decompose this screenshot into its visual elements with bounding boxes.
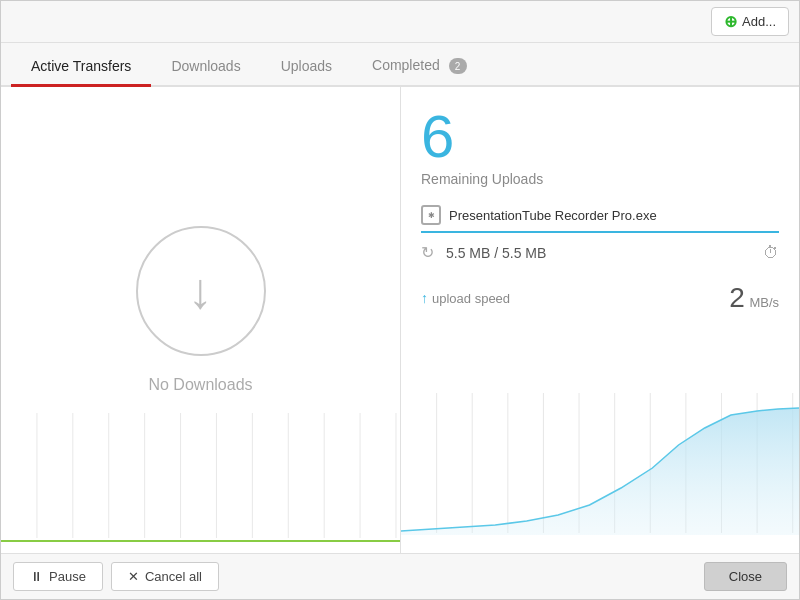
refresh-icon: ↻ bbox=[421, 243, 434, 262]
uploads-chart bbox=[401, 393, 799, 553]
completed-badge: 2 bbox=[449, 58, 467, 74]
pause-icon: ⏸ bbox=[30, 569, 43, 584]
tab-completed-label: Completed bbox=[372, 57, 440, 73]
cancel-icon: ✕ bbox=[128, 569, 139, 584]
downloads-panel: ↓ No Downloads bbox=[1, 87, 401, 553]
speed-label-text: upload speed bbox=[432, 291, 510, 306]
tab-completed[interactable]: Completed 2 bbox=[352, 47, 487, 88]
remaining-label: Remaining Uploads bbox=[421, 171, 779, 187]
file-icon: ✱ bbox=[421, 205, 441, 225]
speed-value: 2 bbox=[729, 282, 745, 313]
file-row: ✱ PresentationTube Recorder Pro.exe bbox=[421, 205, 779, 233]
tab-uploads-label: Uploads bbox=[281, 58, 332, 74]
download-arrow-icon: ↓ bbox=[188, 266, 213, 316]
plus-icon: ⊕ bbox=[724, 12, 737, 31]
speed-label: ↑ upload speed bbox=[421, 290, 510, 306]
speed-value-container: 2 MB/s bbox=[729, 282, 779, 314]
speed-header: ↑ upload speed 2 MB/s bbox=[421, 282, 779, 314]
remaining-count: 6 bbox=[421, 107, 779, 167]
tab-active-transfers[interactable]: Active Transfers bbox=[11, 48, 151, 87]
download-icon-circle: ↓ bbox=[136, 226, 266, 356]
tab-bar: Active Transfers Downloads Uploads Compl… bbox=[1, 43, 799, 87]
tab-downloads[interactable]: Downloads bbox=[151, 48, 260, 87]
footer: ⏸ Pause ✕ Cancel all Close bbox=[1, 553, 799, 599]
speed-unit: MB/s bbox=[749, 295, 779, 310]
downloads-chart bbox=[1, 413, 400, 553]
progress-row: ↻ 5.5 MB / 5.5 MB ⏱ bbox=[421, 243, 779, 262]
file-name: PresentationTube Recorder Pro.exe bbox=[449, 208, 779, 223]
pause-button[interactable]: ⏸ Pause bbox=[13, 562, 103, 591]
pause-label: Pause bbox=[49, 569, 86, 584]
cancel-all-button[interactable]: ✕ Cancel all bbox=[111, 562, 219, 591]
upload-arrow-icon: ↑ bbox=[421, 290, 428, 306]
cancel-label: Cancel all bbox=[145, 569, 202, 584]
add-button[interactable]: ⊕ Add... bbox=[711, 7, 789, 36]
tab-downloads-label: Downloads bbox=[171, 58, 240, 74]
clock-icon: ⏱ bbox=[763, 244, 779, 262]
add-button-label: Add... bbox=[742, 14, 776, 29]
close-label: Close bbox=[729, 569, 762, 584]
content-area: ↓ No Downloads bbox=[1, 87, 799, 553]
tab-uploads[interactable]: Uploads bbox=[261, 48, 352, 87]
main-window: ⊕ Add... Active Transfers Downloads Uplo… bbox=[0, 0, 800, 600]
tab-active-label: Active Transfers bbox=[31, 58, 131, 74]
progress-text: 5.5 MB / 5.5 MB bbox=[446, 245, 546, 261]
close-button[interactable]: Close bbox=[704, 562, 787, 591]
uploads-panel: 6 Remaining Uploads ✱ PresentationTube R… bbox=[401, 87, 799, 553]
no-downloads-label: No Downloads bbox=[148, 376, 252, 394]
header-bar: ⊕ Add... bbox=[1, 1, 799, 43]
